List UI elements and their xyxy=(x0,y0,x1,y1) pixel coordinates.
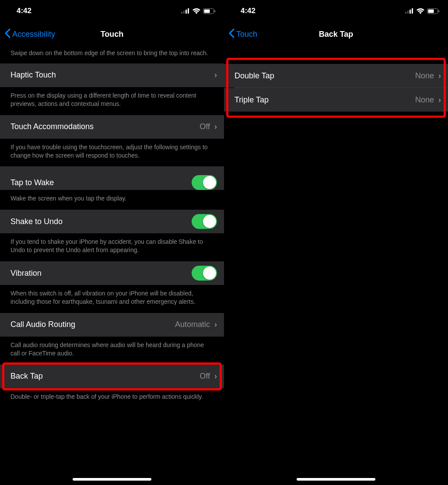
settings-list: Swipe down on the bottom edge of the scr… xyxy=(0,46,224,408)
reachability-footer: Swipe down on the bottom edge of the scr… xyxy=(0,46,224,63)
row-label: Vibration xyxy=(10,269,42,278)
home-indicator[interactable] xyxy=(297,478,375,481)
row-triple-tap[interactable]: Triple Tap None › xyxy=(224,88,448,112)
svg-rect-12 xyxy=(428,9,434,13)
back-tap-group: Back Tap Off › xyxy=(0,365,224,388)
back-tap-footer: Double- or triple-tap the back of your i… xyxy=(0,388,224,408)
battery-icon xyxy=(203,8,215,14)
battery-icon xyxy=(427,8,439,14)
vibration-footer: When this switch is off, all vibration o… xyxy=(0,285,224,313)
chevron-right-icon: › xyxy=(214,70,217,80)
back-chevron-icon xyxy=(228,28,234,40)
row-shake-to-undo[interactable]: Shake to Undo xyxy=(0,210,224,233)
nav-bar: Touch Back Tap xyxy=(224,22,448,46)
row-back-tap[interactable]: Back Tap Off › xyxy=(0,365,224,388)
svg-rect-13 xyxy=(438,10,439,12)
haptic-touch-footer: Press on the display using a different l… xyxy=(0,87,224,115)
status-icons xyxy=(405,8,439,14)
svg-rect-8 xyxy=(407,11,409,14)
right-phone: 4:42 Touch Back Tap Double Tap None › xyxy=(224,0,448,485)
page-title: Back Tap xyxy=(224,30,448,39)
row-label: Double Tap xyxy=(234,71,274,81)
svg-rect-6 xyxy=(214,10,215,12)
chevron-right-icon: › xyxy=(438,95,441,105)
shake-to-undo-toggle[interactable] xyxy=(192,214,217,229)
row-label: Tap to Wake xyxy=(10,178,54,187)
back-chevron-icon xyxy=(4,28,10,40)
row-double-tap[interactable]: Double Tap None › xyxy=(224,64,448,88)
call-audio-routing-footer: Call audio routing determines where audi… xyxy=(0,337,224,365)
home-indicator[interactable] xyxy=(73,478,151,481)
row-label: Call Audio Routing xyxy=(10,320,75,329)
svg-rect-2 xyxy=(186,10,187,14)
svg-rect-10 xyxy=(412,8,413,14)
shake-to-undo-footer: If you tend to shake your iPhone by acci… xyxy=(0,233,224,261)
svg-rect-5 xyxy=(204,9,210,13)
back-tap-options-group: Double Tap None › Triple Tap None › xyxy=(224,64,448,112)
svg-rect-0 xyxy=(181,12,182,14)
back-label: Accessibility xyxy=(12,30,55,39)
row-label: Back Tap xyxy=(10,372,43,381)
svg-rect-3 xyxy=(188,8,189,14)
left-phone: 4:42 Accessibility Touch Swipe down on t… xyxy=(0,0,224,485)
status-icons xyxy=(181,8,215,14)
tap-to-wake-toggle[interactable] xyxy=(192,175,217,190)
status-bar: 4:42 xyxy=(0,0,224,22)
row-touch-accommodations[interactable]: Touch Accommodations Off › xyxy=(0,115,224,139)
row-label: Haptic Touch xyxy=(10,70,56,80)
row-haptic-touch[interactable]: Haptic Touch › xyxy=(0,63,224,87)
row-vibration[interactable]: Vibration xyxy=(0,261,224,285)
tap-to-wake-footer: Wake the screen when you tap the display… xyxy=(0,190,224,210)
row-value: Automatic xyxy=(175,320,210,329)
status-bar: 4:42 xyxy=(224,0,448,22)
row-label: Shake to Undo xyxy=(10,217,63,226)
svg-rect-9 xyxy=(410,10,411,14)
back-label: Touch xyxy=(236,30,257,39)
row-value: Off xyxy=(200,122,210,131)
chevron-right-icon: › xyxy=(214,372,217,381)
status-time: 4:42 xyxy=(241,7,256,15)
nav-bar: Accessibility Touch xyxy=(0,22,224,46)
vibration-toggle[interactable] xyxy=(192,266,217,281)
svg-rect-7 xyxy=(405,12,406,14)
cellular-icon xyxy=(405,8,414,14)
wifi-icon xyxy=(192,8,200,14)
row-label: Triple Tap xyxy=(234,95,269,105)
back-button-accessibility[interactable]: Accessibility xyxy=(0,28,55,40)
row-value: None xyxy=(415,95,434,105)
chevron-right-icon: › xyxy=(438,71,441,81)
settings-list: Double Tap None › Triple Tap None › xyxy=(224,46,448,112)
chevron-right-icon: › xyxy=(214,320,217,329)
row-tap-to-wake[interactable]: Tap to Wake xyxy=(0,166,224,190)
back-button-touch[interactable]: Touch xyxy=(224,28,257,40)
row-label: Touch Accommodations xyxy=(10,122,94,131)
chevron-right-icon: › xyxy=(214,122,217,131)
wifi-icon xyxy=(416,8,424,14)
touch-accommodations-footer: If you have trouble using the touchscree… xyxy=(0,139,224,167)
cellular-icon xyxy=(181,8,190,14)
row-value: None xyxy=(415,71,434,81)
row-call-audio-routing[interactable]: Call Audio Routing Automatic › xyxy=(0,313,224,337)
status-time: 4:42 xyxy=(17,7,32,15)
row-value: Off xyxy=(200,372,210,381)
svg-rect-1 xyxy=(183,11,185,14)
